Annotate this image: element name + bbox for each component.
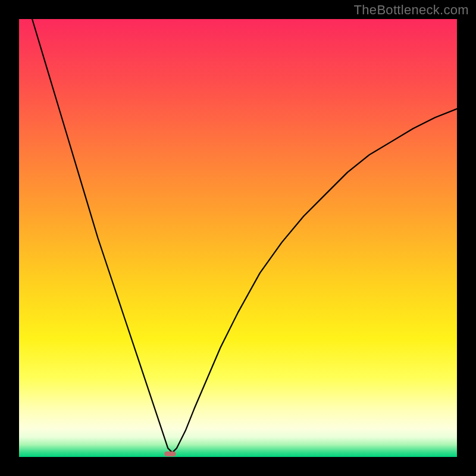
bottleneck-chart — [0, 0, 476, 476]
plot-background — [19, 19, 457, 457]
optimal-marker — [164, 452, 176, 456]
chart-frame: TheBottleneck.com — [0, 0, 476, 476]
watermark-text: TheBottleneck.com — [354, 2, 469, 18]
